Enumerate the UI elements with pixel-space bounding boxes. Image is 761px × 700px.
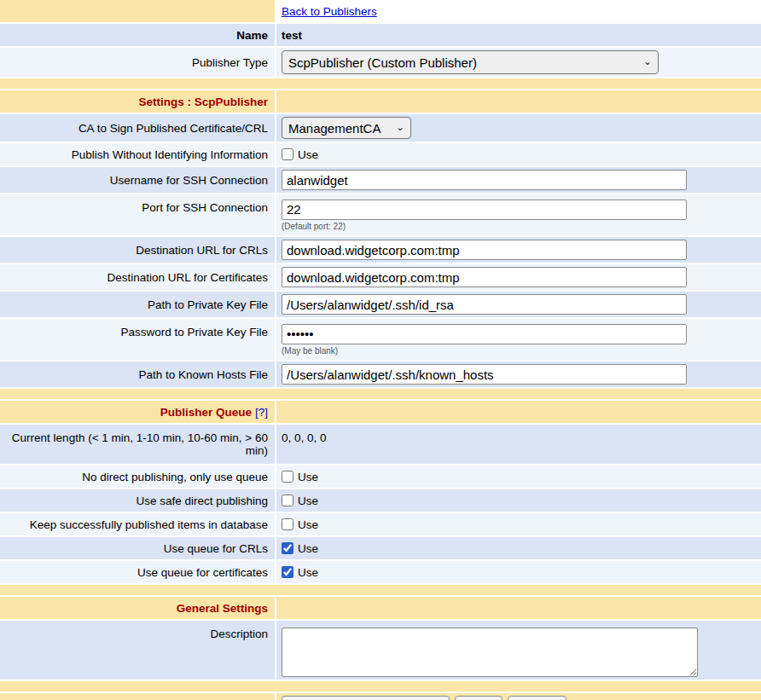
use-label: Use xyxy=(298,495,318,507)
actions-cell: Save and Test Connection Save Cancel xyxy=(276,693,761,700)
save-and-test-button[interactable]: Save and Test Connection xyxy=(282,696,450,700)
queue-section-title-cell: Publisher Queue [?] xyxy=(0,401,275,423)
privkey-input[interactable] xyxy=(282,294,687,315)
publisher-type-select-native[interactable]: ScpPublisher (Custom Publisher) xyxy=(282,51,658,73)
ca-cell: ManagementCA ⌄ xyxy=(276,114,761,142)
port-cell: (Default port: 22) xyxy=(276,194,761,235)
use-label: Use xyxy=(298,518,318,531)
queue-crls-checkbox[interactable] xyxy=(282,542,293,554)
crl-url-input[interactable] xyxy=(282,240,687,260)
description-textarea[interactable] xyxy=(282,628,698,677)
publisher-type-cell: ScpPublisher (Custom Publisher) ⌄ xyxy=(276,48,761,77)
name-value: test xyxy=(276,24,761,46)
separator-band xyxy=(0,78,761,89)
keep-items-checkbox[interactable] xyxy=(282,518,293,530)
description-cell xyxy=(276,621,761,680)
use-label: Use xyxy=(298,471,318,483)
publisher-type-label: Publisher Type xyxy=(0,48,275,77)
edit-publisher-page: Back to Publishers Name test Publisher T… xyxy=(0,0,761,700)
queue-length-label: Current length (< 1 min, 1-10 min, 10-60… xyxy=(0,425,275,464)
queue-help-link[interactable]: [?] xyxy=(255,406,268,419)
use-label: Use xyxy=(298,566,318,579)
port-note: (Default port: 22) xyxy=(282,222,346,231)
no-direct-label: No direct publishing, only use queue xyxy=(0,466,275,488)
ca-label: CA to Sign Published Certificate/CRL xyxy=(0,114,275,142)
anonymize-checkbox[interactable] xyxy=(282,148,293,160)
password-input[interactable] xyxy=(282,324,687,344)
separator-band xyxy=(0,389,761,399)
separator-band xyxy=(0,681,761,691)
name-label: Name xyxy=(0,24,275,46)
cancel-button[interactable]: Cancel xyxy=(508,696,566,700)
anonymize-label: Publish Without Identifying Information xyxy=(0,143,275,165)
ca-select-native[interactable]: ManagementCA xyxy=(282,118,410,138)
settings-section-spacer xyxy=(276,90,761,113)
cert-url-input[interactable] xyxy=(282,267,687,287)
username-cell xyxy=(276,167,761,193)
cert-url-cell xyxy=(276,264,761,290)
crl-url-label: Destination URL for CRLs xyxy=(0,237,275,263)
knownhosts-cell xyxy=(276,362,761,387)
port-label: Port for SSH Connection xyxy=(0,194,275,235)
queue-certs-checkbox[interactable] xyxy=(282,566,293,578)
password-note: (May be blank) xyxy=(282,346,338,356)
username-label: Username for SSH Connection xyxy=(0,167,275,193)
queue-crls-label: Use queue for CRLs xyxy=(0,537,275,559)
password-cell: (May be blank) xyxy=(276,319,761,360)
settings-section-title: Settings : ScpPublisher xyxy=(0,90,275,113)
queue-certs-label: Use queue for certificates xyxy=(0,561,275,583)
keep-items-label: Keep successfully published items in dat… xyxy=(0,513,275,535)
privkey-label: Path to Private Key File xyxy=(0,292,275,317)
safe-direct-checkbox[interactable] xyxy=(282,495,293,506)
general-section-title: General Settings xyxy=(0,597,275,619)
knownhosts-label: Path to Known Hosts File xyxy=(0,362,275,387)
description-label: Description xyxy=(0,621,275,680)
username-input[interactable] xyxy=(282,170,687,190)
queue-certs-cell: Use xyxy=(276,561,761,583)
queue-section-spacer xyxy=(276,401,761,423)
knownhosts-input[interactable] xyxy=(282,364,687,385)
use-label: Use xyxy=(298,148,318,161)
back-to-publishers-link[interactable]: Back to Publishers xyxy=(282,5,377,18)
queue-crls-cell: Use xyxy=(276,537,761,559)
port-input[interactable] xyxy=(282,200,687,220)
password-label: Password to Private Key File xyxy=(0,319,275,360)
no-direct-cell: Use xyxy=(276,466,761,488)
privkey-cell xyxy=(276,292,761,317)
top-left-spacer xyxy=(0,0,275,22)
queue-length-value: 0, 0, 0, 0 xyxy=(276,425,761,464)
use-label: Use xyxy=(298,542,318,555)
publisher-type-select[interactable]: ScpPublisher (Custom Publisher) ⌄ xyxy=(282,50,659,74)
anonymize-cell: Use xyxy=(276,143,761,165)
ca-select[interactable]: ManagementCA ⌄ xyxy=(282,117,411,139)
no-direct-checkbox[interactable] xyxy=(282,471,293,483)
cert-url-label: Destination URL for Certificates xyxy=(0,264,275,290)
save-button[interactable]: Save xyxy=(455,696,502,700)
separator-band xyxy=(0,585,761,595)
crl-url-cell xyxy=(276,237,761,263)
keep-items-cell: Use xyxy=(276,513,761,535)
safe-direct-cell: Use xyxy=(276,489,761,512)
general-section-spacer xyxy=(276,597,761,619)
safe-direct-label: Use safe direct publishing xyxy=(0,489,275,512)
actions-left-spacer xyxy=(0,693,275,700)
queue-section-title: Publisher Queue xyxy=(160,406,252,419)
back-link-cell: Back to Publishers xyxy=(276,0,761,22)
